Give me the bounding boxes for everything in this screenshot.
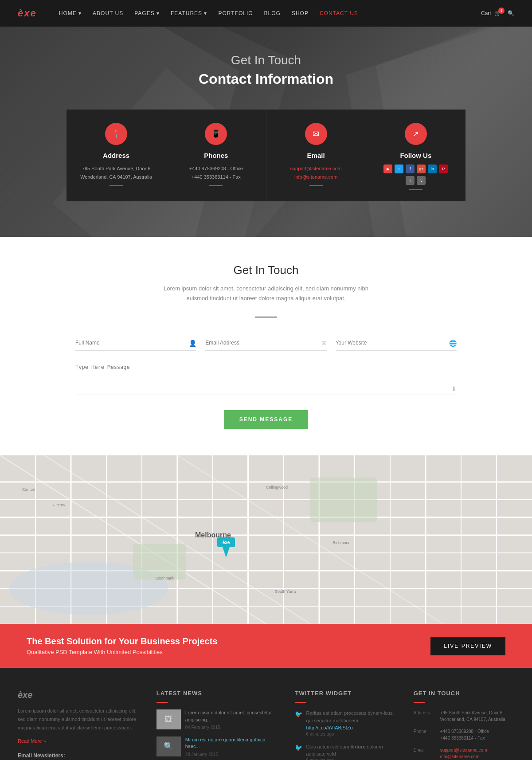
phone-icon: 📱 — [205, 123, 227, 145]
email-field: ✉ — [205, 335, 326, 351]
pinterest-icon[interactable]: P — [439, 165, 448, 173]
send-button[interactable]: SEND MESSAGE — [224, 410, 309, 429]
cta-title: The Best Solution for Your Business Proj… — [27, 636, 217, 646]
tweet-time-1: 6 minutes ago — [306, 732, 395, 736]
logo[interactable]: èxe — [18, 8, 37, 19]
message-input[interactable] — [75, 360, 457, 395]
contact-card-email: ✉ Email support@sitename.com info@sitena… — [266, 110, 366, 201]
nav-pages[interactable]: PAGES ▾ — [134, 10, 160, 16]
contact-cards: 📍 Address 795 South Park Avenue, Door 6W… — [66, 110, 466, 201]
resize-icon: ⬇ — [451, 385, 457, 392]
footer-brand-col: èxe Lorem ipsum dolor sit amet, consecte… — [18, 690, 139, 760]
card-title-email: Email — [275, 152, 357, 159]
logo-text: èxe — [18, 8, 37, 19]
svg-text:Southbank: Southbank — [155, 576, 175, 580]
card-title-social: Follow Us — [375, 152, 457, 159]
tweet-2: 🐦 Duis autem vel eum #iriure dolor in ad… — [295, 743, 395, 760]
social-icon-extra1[interactable]: r — [406, 176, 415, 185]
nav-about[interactable]: ABOUT US — [93, 10, 123, 16]
googleplus-icon[interactable]: g+ — [417, 165, 426, 173]
name-input[interactable] — [75, 335, 196, 351]
nav-home[interactable]: HOME ▾ — [59, 10, 82, 16]
news-date-1: 04 February 2015 — [185, 725, 278, 730]
website-input[interactable] — [336, 335, 457, 351]
social-icons-2: r v — [375, 176, 457, 185]
nav-features[interactable]: FEATURES ▾ — [171, 10, 207, 16]
email-link-2[interactable]: info@sitename.com — [294, 174, 337, 180]
read-more-link[interactable]: Read More » — [18, 738, 139, 744]
news-thumb-2: 🔍 — [156, 736, 181, 756]
twitter-divider — [295, 702, 306, 703]
linkedin-icon[interactable]: in — [428, 165, 437, 173]
nav-blog[interactable]: BLOG — [264, 10, 281, 16]
social-icon-extra2[interactable]: v — [417, 176, 426, 185]
card-divider — [409, 189, 422, 190]
twitter-icon[interactable]: t — [395, 165, 403, 173]
live-preview-button[interactable]: LIVE PREVIEW — [430, 637, 505, 655]
email-input[interactable] — [205, 335, 326, 351]
social-icons: ▶ t f g+ in P — [375, 165, 457, 173]
cart-icon[interactable]: 🛒 1 — [494, 10, 501, 16]
nav-right: Cart 🛒 1 🔍 — [481, 10, 514, 16]
name-field: 👤 — [75, 335, 196, 351]
search-icon[interactable]: 🔍 — [508, 10, 514, 16]
contact-card-address: 📍 Address 795 South Park Avenue, Door 6W… — [66, 110, 166, 201]
user-icon: 👤 — [189, 340, 196, 347]
twitter-bird-icon-2: 🐦 — [295, 744, 302, 760]
globe-icon: 🌐 — [449, 340, 457, 347]
facebook-icon[interactable]: f — [406, 165, 415, 173]
cart-badge: 1 — [498, 8, 505, 14]
form-row-1: 👤 ✉ 🌐 — [75, 335, 457, 351]
svg-text:Richmond: Richmond — [332, 541, 351, 545]
footer-email-link-1[interactable]: support@sitename.com — [440, 748, 487, 752]
nav-shop[interactable]: SHOP — [292, 10, 309, 16]
footer-email: Email support@sitename.com info@sitename… — [414, 747, 514, 760]
tweet-text-2: Duis autem vel eum #iriure dolor in adip… — [306, 743, 395, 758]
news-link-2[interactable]: Mirum est notare quam literia gothica ha… — [185, 737, 266, 749]
map-section: Melbourne èxe Carlton Fitzroy Collingwoo… — [0, 455, 532, 624]
footer-twitter-col: Twitter Widget 🐦 Raritas est etiam proce… — [295, 690, 395, 760]
tweet-content-1: Raritas est etiam processus dynam-icus, … — [306, 709, 395, 736]
youtube-icon[interactable]: ▶ — [383, 165, 392, 173]
map-svg: Melbourne èxe Carlton Fitzroy Collingwoo… — [0, 455, 532, 624]
news-col-title: Latest News — [156, 690, 278, 697]
form-description: Lorem ipsum dolor sit amet, consectetur … — [155, 284, 377, 303]
svg-text:Carlton: Carlton — [22, 487, 35, 492]
cart-label[interactable]: Cart 🛒 1 — [481, 10, 501, 16]
tweet-link-1[interactable]: http://t.co/hVIABjStZo — [306, 725, 352, 730]
hero-section: Get In Touch Contact Information 📍 Addre… — [0, 27, 532, 237]
email-link-1[interactable]: support@sitename.com — [290, 166, 341, 171]
email-label: Email — [414, 747, 436, 760]
svg-text:South Yarra: South Yarra — [275, 589, 296, 594]
map-background: Melbourne èxe Carlton Fitzroy Collingwoo… — [0, 455, 532, 624]
news-item-1: 🖼 Lorem ipsum dolor sit amet, consectetu… — [156, 709, 278, 730]
card-divider — [209, 185, 223, 186]
nav-contact[interactable]: CONTACT US — [320, 10, 358, 16]
card-text-phones: +440 875369208 - Office+440 353363114 - … — [175, 165, 257, 181]
card-title-address: Address — [75, 152, 157, 159]
nav-portfolio[interactable]: PORTFOLIO — [218, 10, 253, 16]
svg-rect-29 — [310, 478, 377, 522]
news-image-search: 🔍 — [164, 741, 173, 751]
envelope-icon: ✉ — [321, 340, 327, 347]
form-section: Get In Touch Lorem ipsum dolor sit amet,… — [0, 237, 532, 455]
tweet-time-2: 6 minutes ago — [306, 758, 395, 760]
navbar: èxe HOME ▾ ABOUT US PAGES ▾ FEATURES ▾ P… — [0, 0, 532, 27]
section-divider — [255, 317, 277, 317]
email-icon: ✉ — [305, 123, 327, 145]
cta-subtitle: Qualitative PSD Template With Unlimited … — [27, 649, 217, 655]
card-text-address: 795 South Park Avenue, Door 6Wonderland,… — [75, 165, 157, 181]
phone-value: +440 875369208 - Office+440 353363114 - … — [440, 728, 489, 741]
footer-description: Lorem ipsum dolor sit amet, consectetur … — [18, 707, 139, 732]
footer-logo: èxe — [18, 690, 139, 700]
contact-divider — [414, 702, 425, 703]
news-thumb-1: 🖼 — [156, 709, 181, 729]
address-value: 795 South Park Avenue, Door 6 Wonderland… — [440, 709, 514, 723]
svg-text:èxe: èxe — [223, 540, 230, 545]
website-field: 🌐 — [336, 335, 457, 351]
news-date-2: 28 January 2015 — [185, 752, 278, 757]
footer-email-link-2[interactable]: info@sitename.com — [440, 754, 480, 759]
news-item-2: 🔍 Mirum est notare quam literia gothica … — [156, 736, 278, 757]
tweet-1: 🐦 Raritas est etiam processus dynam-icus… — [295, 709, 395, 736]
twitter-bird-icon-1: 🐦 — [295, 710, 302, 736]
